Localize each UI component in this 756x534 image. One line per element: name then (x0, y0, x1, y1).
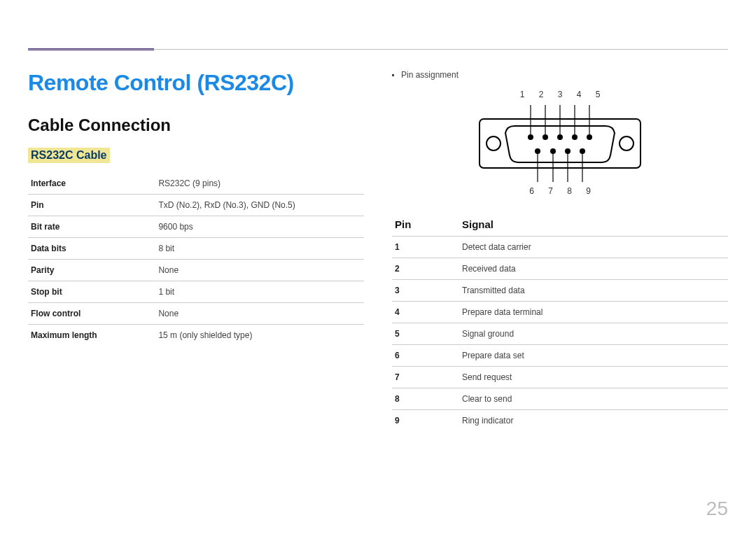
subsection-title: Cable Connection (28, 115, 364, 135)
pin-signal: Received data (459, 258, 728, 280)
pin-row: 3Transmitted data (392, 280, 728, 302)
left-column: Remote Control (RS232C) Cable Connection… (28, 70, 364, 431)
pin-label: 4 (575, 90, 583, 99)
pin-row: 7Send request (392, 367, 728, 388)
spec-value: TxD (No.2), RxD (No.3), GND (No.5) (155, 195, 364, 216)
pin-number: 7 (392, 367, 459, 388)
spec-value: 15 m (only shielded type) (155, 325, 364, 346)
pin-row: 1Detect data carrier (392, 237, 728, 258)
pin-label: 1 (518, 90, 526, 99)
svg-point-6 (572, 134, 578, 140)
spec-key: Bit rate (28, 216, 155, 238)
spec-row: Maximum length15 m (only shielded type) (28, 325, 364, 346)
spec-key: Pin (28, 195, 155, 216)
pin-number: 3 (392, 280, 459, 302)
svg-point-1 (486, 136, 500, 150)
pin-signal: Detect data carrier (459, 237, 728, 258)
spec-row: Stop bit1 bit (28, 281, 364, 303)
svg-point-2 (620, 136, 634, 150)
svg-point-8 (535, 148, 540, 154)
cable-label: RS232C Cable (28, 148, 110, 163)
db9-connector-diagram (476, 101, 644, 185)
pin-label: 5 (594, 90, 602, 99)
pin-row: 8Clear to send (392, 388, 728, 410)
pin-number: 4 (392, 302, 459, 323)
bottom-pin-labels: 6789 (469, 186, 651, 196)
svg-point-7 (587, 134, 592, 140)
spec-key: Data bits (28, 238, 155, 260)
svg-point-3 (528, 134, 533, 140)
spec-row: Data bits8 bit (28, 238, 364, 260)
top-rule (28, 49, 728, 50)
pin-signal: Signal ground (459, 323, 728, 345)
pin-number: 6 (392, 345, 459, 367)
pin-row: 4Prepare data terminal (392, 302, 728, 323)
pin-row: 9Ring indicator (392, 410, 728, 432)
pin-row: 6Prepare data set (392, 345, 728, 367)
bullet-text: Pin assignment (401, 70, 458, 80)
svg-point-9 (550, 148, 556, 154)
spec-value: 8 bit (155, 238, 364, 260)
svg-point-5 (557, 134, 563, 140)
top-pin-labels: 12345 (469, 90, 651, 99)
pin-signal: Transmitted data (459, 280, 728, 302)
pin-header: Pin (392, 213, 459, 237)
right-column: Pin assignment 12345 (392, 70, 728, 431)
cable-specs-table: InterfaceRS232C (9 pins)PinTxD (No.2), R… (28, 173, 364, 346)
pin-label: 3 (556, 90, 564, 99)
spec-row: InterfaceRS232C (9 pins) (28, 173, 364, 195)
spec-value: None (155, 260, 364, 281)
svg-point-4 (542, 134, 548, 140)
spec-row: PinTxD (No.2), RxD (No.3), GND (No.5) (28, 195, 364, 216)
spec-value: 9600 bps (155, 216, 364, 238)
spec-row: ParityNone (28, 260, 364, 281)
document-page: Remote Control (RS232C) Cable Connection… (0, 0, 756, 534)
pin-number: 5 (392, 323, 459, 345)
bullet-icon (392, 74, 394, 76)
pin-number: 2 (392, 258, 459, 280)
spec-row: Bit rate9600 bps (28, 216, 364, 238)
spec-key: Maximum length (28, 325, 155, 346)
spec-key: Flow control (28, 303, 155, 325)
signal-header: Signal (459, 213, 728, 237)
svg-point-11 (580, 148, 585, 154)
pin-label: 6 (528, 186, 536, 196)
pin-signal-table: Pin Signal 1Detect data carrier2Received… (392, 213, 728, 431)
pin-signal: Send request (459, 367, 728, 388)
content-columns: Remote Control (RS232C) Cable Connection… (28, 70, 728, 431)
page-number: 25 (706, 498, 728, 520)
pin-assignment-bullet: Pin assignment (392, 70, 728, 80)
svg-point-10 (565, 148, 570, 154)
spec-value: 1 bit (155, 281, 364, 303)
pin-signal: Prepare data set (459, 345, 728, 367)
pin-signal: Ring indicator (459, 410, 728, 432)
pin-row: 2Received data (392, 258, 728, 280)
pin-row: 5Signal ground (392, 323, 728, 345)
pin-number: 8 (392, 388, 459, 410)
spec-row: Flow controlNone (28, 303, 364, 325)
spec-key: Interface (28, 173, 155, 195)
pin-label: 2 (537, 90, 545, 99)
pin-signal: Clear to send (459, 388, 728, 410)
page-title: Remote Control (RS232C) (28, 70, 364, 96)
connector-figure: 12345 (469, 90, 651, 196)
pin-number: 9 (392, 410, 459, 432)
spec-key: Parity (28, 260, 155, 281)
pin-signal: Prepare data terminal (459, 302, 728, 323)
spec-value: RS232C (9 pins) (155, 173, 364, 195)
spec-key: Stop bit (28, 281, 155, 303)
spec-value: None (155, 303, 364, 325)
pin-label: 7 (547, 186, 555, 196)
pin-number: 1 (392, 237, 459, 258)
pin-label: 9 (584, 186, 593, 196)
pin-label: 8 (566, 186, 574, 196)
